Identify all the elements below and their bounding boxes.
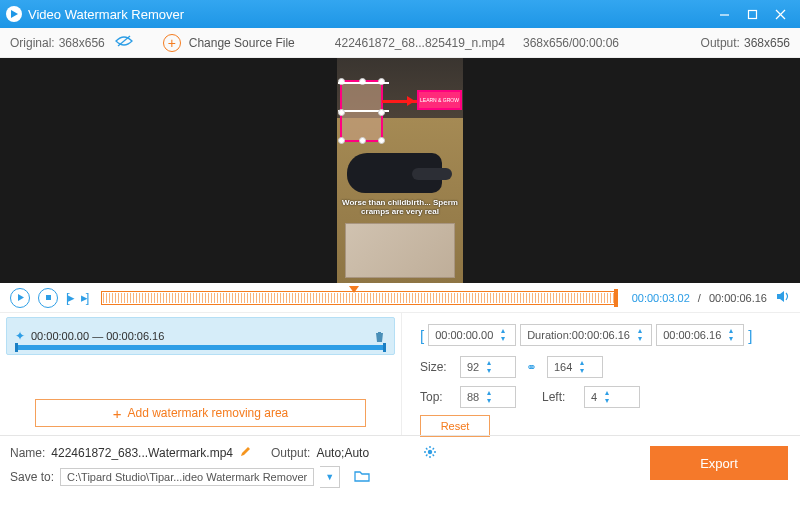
- spinner-down-icon: ▾: [497, 335, 509, 343]
- video-preview[interactable]: Worse than childbirth... Sperm cramps ar…: [0, 58, 800, 283]
- source-filename: 422461872_68...825419_n.mp4: [335, 36, 505, 50]
- play-button[interactable]: [10, 288, 30, 308]
- transport-bar: [▸ ▸] 00:00:03.02/00:00:06.16: [0, 283, 800, 313]
- timecode-total: 00:00:06.16: [709, 292, 767, 304]
- segments-pane: ✦ 00:00:00.00 — 00:00:06.16 + Add waterm…: [0, 313, 402, 435]
- link-aspect-icon[interactable]: ⚭: [526, 360, 537, 375]
- svg-point-8: [428, 449, 432, 453]
- plus-icon: +: [113, 405, 122, 422]
- set-in-button[interactable]: [▸: [66, 290, 73, 305]
- preview-toggle-icon[interactable]: [115, 35, 133, 50]
- playhead-icon[interactable]: [349, 286, 359, 298]
- maximize-button[interactable]: [738, 4, 766, 24]
- stop-button[interactable]: [38, 288, 58, 308]
- output-value: 368x656: [744, 36, 790, 50]
- svg-marker-0: [11, 10, 18, 18]
- add-watermark-area-button[interactable]: + Add watermark removing area: [35, 399, 366, 427]
- set-out-button[interactable]: ▸]: [81, 290, 88, 305]
- segment-pin-icon: ✦: [15, 329, 25, 343]
- name-value: 422461872_683...Watermark.mp4: [51, 446, 233, 460]
- app-logo: [6, 6, 22, 22]
- bracket-left-icon[interactable]: [: [420, 327, 424, 344]
- delete-segment-button[interactable]: [373, 330, 386, 343]
- mid-panels: ✦ 00:00:00.00 — 00:00:06.16 + Add waterm…: [0, 313, 800, 435]
- video-caption: Worse than childbirth... Sperm cramps ar…: [341, 198, 459, 216]
- open-folder-button[interactable]: [354, 469, 370, 485]
- size-label: Size:: [420, 360, 454, 374]
- timeline-track[interactable]: [101, 291, 617, 305]
- top-label: Top:: [420, 390, 454, 404]
- left-label: Left:: [542, 390, 578, 404]
- toolbar: Original: 368x656 + Change Source File 4…: [0, 28, 800, 58]
- original-label: Original:: [10, 36, 55, 50]
- app-title: Video Watermark Remover: [28, 7, 184, 22]
- titlebar: Video Watermark Remover: [0, 0, 800, 28]
- save-to-label: Save to:: [10, 470, 54, 484]
- change-source-button[interactable]: + Change Source File: [163, 34, 295, 52]
- save-path-input[interactable]: C:\Tipard Studio\Tipar...ideo Watermark …: [60, 468, 314, 486]
- top-input[interactable]: 88▴▾: [460, 386, 516, 408]
- name-label: Name:: [10, 446, 45, 460]
- segment-end: 00:00:06.16: [106, 330, 164, 342]
- close-button[interactable]: [766, 4, 794, 24]
- output-fmt-label: Output:: [271, 446, 310, 460]
- left-input[interactable]: 4▴▾: [584, 386, 640, 408]
- save-path-dropdown[interactable]: ▼: [320, 466, 340, 488]
- svg-rect-7: [46, 295, 51, 300]
- arrow-icon: [382, 100, 418, 103]
- export-button[interactable]: Export: [650, 446, 788, 480]
- minimize-button[interactable]: [710, 4, 738, 24]
- end-time-input[interactable]: 00:00:06.16▴▾: [656, 324, 744, 346]
- output-label: Output:: [701, 36, 740, 50]
- watermark-target-box: LEARN & GROW: [417, 90, 462, 110]
- duration-input[interactable]: Duration:00:00:06.16▴▾: [520, 324, 652, 346]
- edit-name-button[interactable]: [239, 446, 251, 461]
- segment-item[interactable]: ✦ 00:00:00.00 — 00:00:06.16: [6, 317, 395, 355]
- source-dims-time: 368x656/00:00:06: [523, 36, 619, 50]
- params-pane: [ 00:00:00.00▴▾ Duration:00:00:06.16▴▾ 0…: [402, 313, 800, 435]
- original-value: 368x656: [59, 36, 105, 50]
- size-width-input[interactable]: 92▴▾: [460, 356, 516, 378]
- add-watermark-label: Add watermark removing area: [128, 406, 289, 420]
- reset-button[interactable]: Reset: [420, 415, 490, 437]
- svg-rect-2: [748, 10, 756, 18]
- segment-range-bar[interactable]: [15, 345, 386, 350]
- bracket-right-icon[interactable]: ]: [748, 327, 752, 344]
- timecode-current: 00:00:03.02: [632, 292, 690, 304]
- start-time-input[interactable]: 00:00:00.00▴▾: [428, 324, 516, 346]
- plus-icon: +: [163, 34, 181, 52]
- watermark-selection-box[interactable]: [340, 80, 383, 142]
- segment-start: 00:00:00.00: [31, 330, 89, 342]
- size-height-input[interactable]: 164▴▾: [547, 356, 603, 378]
- volume-icon[interactable]: [775, 289, 790, 307]
- svg-marker-6: [18, 294, 24, 301]
- output-fmt-value: Auto;Auto: [316, 446, 369, 460]
- footer: Name: 422461872_683...Watermark.mp4 Outp…: [0, 435, 800, 496]
- change-source-label: Change Source File: [189, 36, 295, 50]
- output-settings-button[interactable]: [423, 445, 437, 462]
